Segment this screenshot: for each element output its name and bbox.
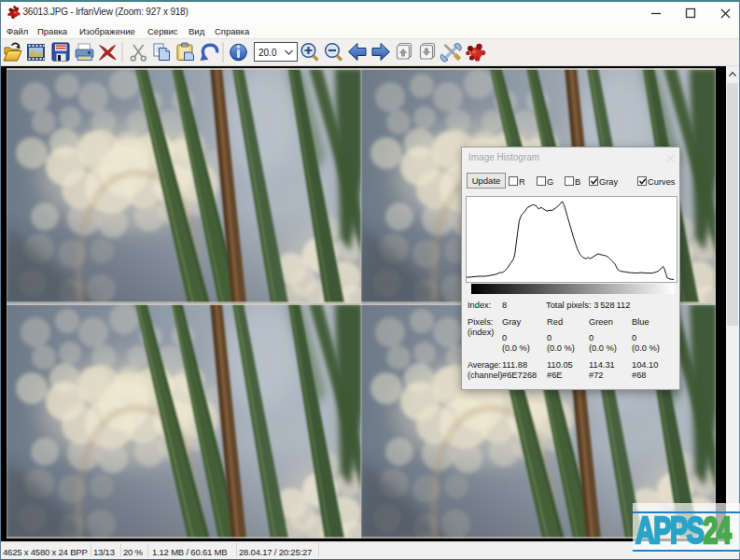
svg-text:R: R — [519, 177, 525, 187]
svg-text:B: B — [575, 177, 580, 187]
svg-text:20.0: 20.0 — [258, 48, 277, 58]
svg-text:G: G — [547, 177, 553, 187]
svg-text:Curves: Curves — [648, 177, 676, 187]
svg-text:Gray: Gray — [599, 177, 618, 187]
